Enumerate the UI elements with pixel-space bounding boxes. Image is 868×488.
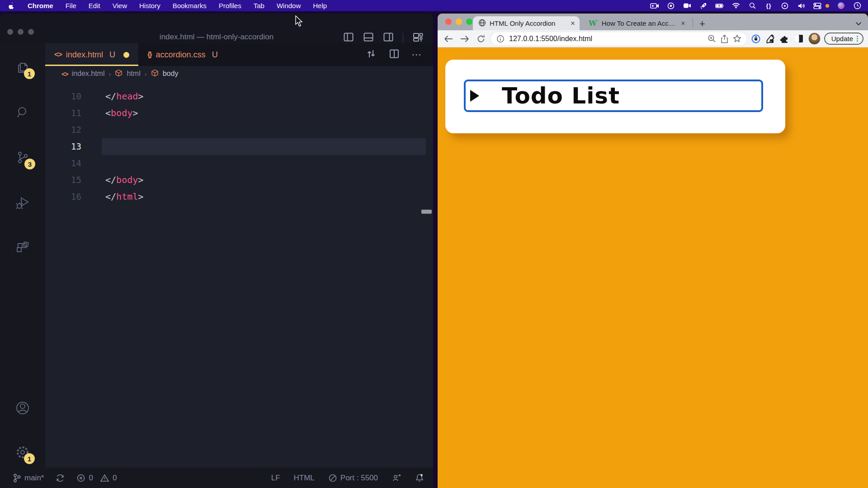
code-line-14[interactable]: 14 <box>45 155 433 172</box>
profile-avatar[interactable] <box>808 33 821 45</box>
menu-item-tab[interactable]: Tab <box>254 2 264 9</box>
breadcrumb-body[interactable]: body <box>163 70 179 78</box>
toggle-secondary-sidebar-icon[interactable] <box>383 32 394 44</box>
vscode-status-bar: main* 0 0 LF HTML Port : 5500 <box>0 468 433 488</box>
tab-accordion-css[interactable]: { } accordion.css U <box>138 43 227 66</box>
notifications-bell-icon[interactable] <box>415 473 424 483</box>
reload-icon[interactable] <box>475 33 487 45</box>
menu-item-help[interactable]: Help <box>313 2 327 9</box>
browser-menu-icon[interactable] <box>857 36 858 42</box>
new-tab-button[interactable]: + <box>696 19 709 29</box>
tab-html-only-accordion[interactable]: HTML Only Accordion × <box>473 16 580 30</box>
play-circle-icon[interactable] <box>780 2 789 10</box>
menu-item-profiles[interactable]: Profiles <box>219 2 241 9</box>
breadcrumb-file[interactable]: index.html <box>72 70 105 78</box>
accordion-title: Todo List <box>502 82 620 109</box>
share-icon[interactable] <box>721 34 728 43</box>
extension-eyedropper-icon[interactable] <box>765 33 776 44</box>
url-text[interactable]: 127.0.0.1:5500/index.html <box>509 35 703 43</box>
menu-item-file[interactable]: File <box>66 2 76 9</box>
language-mode-indicator[interactable]: HTML <box>294 474 315 483</box>
video-camera-icon[interactable] <box>683 2 692 10</box>
line-number: 10 <box>45 88 81 105</box>
code-line-13[interactable]: 13 <box>45 138 433 155</box>
menu-item-history[interactable]: History <box>139 2 160 9</box>
git-branch-indicator[interactable]: main* <box>13 473 44 483</box>
bookmark-star-icon[interactable] <box>733 34 741 43</box>
minimize-window-button[interactable] <box>456 19 462 25</box>
toggle-primary-sidebar-icon[interactable] <box>343 32 354 44</box>
braces-icon[interactable]: { } <box>764 2 773 10</box>
extensions-puzzle-icon[interactable] <box>779 33 790 44</box>
search-sidebar-icon[interactable] <box>14 104 31 121</box>
problems-indicator[interactable]: 0 0 <box>76 474 117 483</box>
close-window-button[interactable] <box>445 19 452 25</box>
siri-icon[interactable] <box>836 2 845 10</box>
update-chrome-button[interactable]: Update <box>824 33 863 45</box>
zoom-page-icon[interactable] <box>708 34 716 43</box>
tab-index-html[interactable]: <> index.html U <box>45 43 138 66</box>
toggle-panel-icon[interactable] <box>363 32 374 44</box>
screen-record-icon[interactable] <box>650 2 659 10</box>
git-status-untracked: U <box>109 50 115 60</box>
apple-logo-icon[interactable] <box>6 2 15 10</box>
clock-icon[interactable] <box>853 2 862 10</box>
code-line-11[interactable]: 11<body> <box>45 105 433 122</box>
address-bar[interactable]: 127.0.0.1:5500/index.html <box>491 32 747 46</box>
more-actions-icon[interactable]: ⋯ <box>411 49 422 61</box>
tab-how-to-create-accordion[interactable]: W' How To Create an Accordion × <box>583 16 690 30</box>
extension-dark-reader-icon[interactable] <box>794 33 805 44</box>
customize-layout-icon[interactable] <box>412 31 424 45</box>
battery-icon[interactable] <box>715 2 724 10</box>
code-editor[interactable]: 10</head>11<body>12131415</body>16</html… <box>45 81 433 468</box>
unsaved-dot-icon[interactable] <box>123 52 129 58</box>
forward-icon[interactable] <box>458 33 471 45</box>
explorer-icon[interactable]: 1 <box>14 59 31 76</box>
eol-indicator[interactable]: LF <box>271 474 280 483</box>
accordion-card: Todo List <box>445 60 785 133</box>
extension-shield-icon[interactable] <box>750 33 761 44</box>
account-icon[interactable] <box>14 399 31 417</box>
close-tab-icon[interactable]: × <box>681 19 685 27</box>
record-icon[interactable] <box>666 2 675 10</box>
site-info-icon[interactable] <box>496 35 505 43</box>
menu-item-view[interactable]: View <box>113 2 127 9</box>
code-line-15[interactable]: 15</body> <box>45 172 433 188</box>
code-line-16[interactable]: 16</html> <box>45 188 433 205</box>
menu-item-window[interactable]: Window <box>277 2 301 9</box>
wifi-icon[interactable] <box>731 2 741 10</box>
back-icon[interactable] <box>442 33 455 45</box>
split-editor-icon[interactable] <box>389 48 400 61</box>
open-changes-icon[interactable] <box>365 48 377 61</box>
volume-icon[interactable] <box>797 2 806 10</box>
menu-item-chrome[interactable]: Chrome <box>28 2 53 9</box>
scrollbar-marker[interactable] <box>421 210 432 214</box>
rocket-icon[interactable] <box>699 2 708 10</box>
menu-item-bookmarks[interactable]: Bookmarks <box>173 2 207 9</box>
zoom-window-button[interactable] <box>466 19 472 25</box>
menu-item-edit[interactable]: Edit <box>89 2 100 9</box>
live-share-icon[interactable] <box>392 474 401 483</box>
vscode-title-bar[interactable]: index.html — html-only-accordion <box>0 14 433 43</box>
mouse-cursor <box>295 15 305 29</box>
breadcrumb-html[interactable]: html <box>127 70 140 78</box>
search-icon[interactable] <box>748 2 757 10</box>
sync-changes-button[interactable] <box>56 474 65 483</box>
html-file-icon: <> <box>61 70 68 78</box>
source-control-icon[interactable]: 3 <box>14 149 31 166</box>
live-server-port[interactable]: Port : 5500 <box>328 474 378 483</box>
chrome-window: HTML Only Accordion × W' How To Create a… <box>438 14 868 488</box>
css-file-icon: { } <box>147 50 151 59</box>
extensions-icon[interactable] <box>14 239 31 257</box>
code-line-10[interactable]: 10</head> <box>45 88 433 105</box>
accordion-summary[interactable]: Todo List <box>464 80 763 112</box>
details-marker-icon[interactable] <box>470 90 479 102</box>
line-number: 14 <box>45 155 81 172</box>
close-tab-icon[interactable]: × <box>571 19 575 27</box>
control-center-icon[interactable] <box>813 2 822 10</box>
code-line-12[interactable]: 12 <box>45 122 433 138</box>
tab-search-chevron-icon[interactable] <box>855 19 862 28</box>
line-number: 12 <box>45 122 81 138</box>
run-debug-icon[interactable] <box>14 194 31 211</box>
settings-gear-icon[interactable]: 1 <box>14 444 31 461</box>
